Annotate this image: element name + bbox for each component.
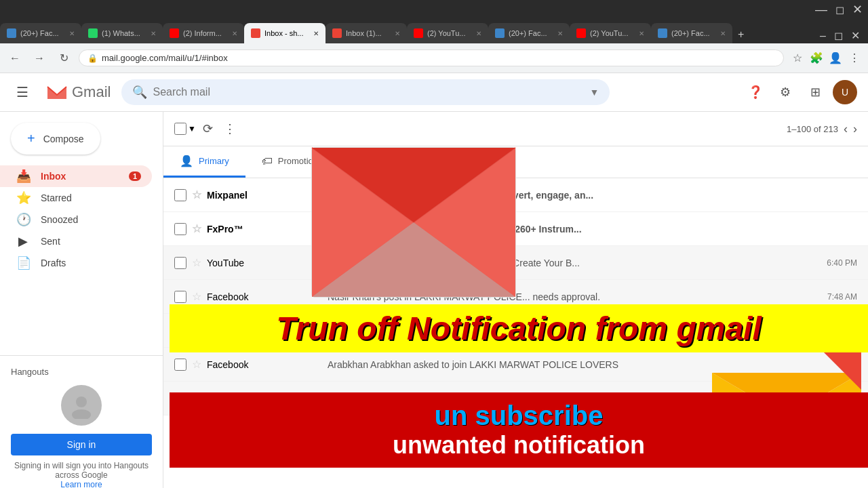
tab-title-3: (2) Inform... (183, 29, 228, 37)
hamburger-menu[interactable]: ☰ (11, 79, 34, 106)
minimize-btn[interactable]: — (815, 3, 827, 17)
tab-favicon-8 (576, 28, 586, 38)
hangouts-learn-more[interactable]: Learn more (60, 480, 102, 488)
tab-close-3[interactable]: ✕ (232, 30, 237, 37)
email-checkbox[interactable] (174, 223, 186, 235)
refresh-button[interactable]: ↻ (54, 49, 73, 68)
promotions-tab-label: Promotions (278, 156, 323, 166)
promotions-tab-icon: 🏷 (262, 155, 273, 167)
search-bar[interactable]: 🔍 ▼ (121, 79, 610, 105)
tab-close-8[interactable]: ✕ (639, 30, 644, 37)
sidebar-item-drafts[interactable]: 📄 Drafts (0, 252, 152, 274)
tab-title-7: (20+) Fac... (509, 29, 553, 37)
browser-tab-3[interactable]: (2) Inform... ✕ (163, 23, 244, 43)
email-row[interactable]: ☆ Mixpanel Aserve product analytics to h… (163, 178, 868, 212)
browser-tab-1[interactable]: (20+) Fac... ✕ (0, 23, 81, 43)
browser-tab-5[interactable]: Inbox (1)... ✕ (326, 23, 407, 43)
email-count-text: 1–100 of 213 (787, 124, 838, 134)
hangouts-avatar (61, 385, 102, 426)
select-all-area[interactable]: ▼ (174, 123, 196, 135)
refresh-emails-button[interactable]: ⟳ (199, 117, 217, 140)
close-icon[interactable]: ✕ (848, 28, 863, 43)
restore-icon[interactable]: ◻ (831, 28, 846, 43)
window-controls: – ◻ ✕ (817, 28, 868, 43)
bookmark-icon[interactable]: ☆ (789, 50, 806, 66)
browser-tab-6[interactable]: (2) YouTu... ✕ (407, 23, 488, 43)
sidebar-item-starred[interactable]: ⭐ Starred (0, 187, 152, 209)
email-checkbox[interactable] (174, 359, 186, 371)
email-subject: Aserve product analytics to help you con… (328, 190, 811, 201)
email-toolbar: ▼ ⟳ ⋮ 1–100 of 213 ‹ › (163, 112, 868, 146)
address-bar[interactable]: 🔒 mail.google.com/mail/u/1/#inbox (79, 49, 784, 66)
apps-icon[interactable]: ⊞ (803, 80, 827, 104)
tab-primary[interactable]: 👤 Primary (163, 146, 245, 178)
sidebar-item-inbox[interactable]: 📥 Inbox 1 (0, 165, 152, 187)
star-icon[interactable]: ☆ (192, 358, 201, 371)
sent-label: Sent (41, 236, 60, 247)
browser-tab-2[interactable]: (1) Whats... ✕ (81, 23, 163, 43)
more-options-button[interactable]: ⋮ (220, 117, 240, 140)
tab-close-9[interactable]: ✕ (720, 30, 726, 37)
browser-tab-7[interactable]: (20+) Fac... ✕ (488, 23, 570, 43)
tab-promotions[interactable]: 🏷 Promotions (245, 146, 339, 178)
select-dropdown-icon[interactable]: ▼ (188, 124, 196, 134)
tab-close-5[interactable]: ✕ (395, 30, 400, 37)
compose-button[interactable]: + Compose (11, 123, 100, 155)
tab-favicon-1 (7, 28, 16, 38)
maximize-btn[interactable]: ◻ (835, 3, 844, 16)
tab-close-7[interactable]: ✕ (557, 30, 563, 37)
menu-icon[interactable]: ⋮ (846, 50, 863, 66)
browser-chrome: — ◻ ✕ (20+) Fac... ✕ (1) Whats... ✕ (2) … (0, 0, 868, 73)
inbox-icon: 📥 (16, 169, 30, 184)
tab-close-2[interactable]: ✕ (151, 30, 156, 37)
drafts-label: Drafts (41, 258, 66, 268)
tab-close-6[interactable]: ✕ (476, 30, 481, 37)
star-icon[interactable]: ☆ (192, 222, 201, 235)
close-btn[interactable]: ✕ (852, 2, 863, 17)
tab-title-9: (20+) Fac... (671, 29, 716, 37)
email-sender: Facebook (207, 291, 322, 302)
help-icon[interactable]: ❓ (743, 80, 768, 104)
sidebar-item-sent[interactable]: ▶ Sent (0, 230, 152, 252)
email-row[interactable]: ☆ FxPro™ Transparent Pricing. Truly Glob… (163, 212, 868, 246)
email-subject: Nasir Khan's post in LAKKI MARWAT POLICE… (328, 291, 811, 302)
back-button[interactable]: ← (5, 49, 24, 68)
prev-page-icon[interactable]: ‹ (844, 122, 848, 136)
email-row[interactable]: ☆ YouTube Business Card Design in ms wor… (163, 246, 868, 280)
select-all-checkbox[interactable] (174, 123, 186, 135)
search-dropdown-icon[interactable]: ▼ (590, 87, 599, 98)
star-icon[interactable]: ☆ (192, 188, 201, 201)
user-avatar[interactable]: U (833, 80, 857, 104)
forward-button[interactable]: → (30, 49, 49, 68)
sidebar-item-snoozed[interactable]: 🕐 Snoozed (0, 209, 152, 230)
red-banner: un subscribe unwanted notification (170, 392, 868, 468)
new-tab-button[interactable]: + (732, 26, 749, 43)
star-icon[interactable]: ☆ (192, 290, 201, 303)
profile-icon[interactable]: 👤 (827, 50, 844, 66)
hangouts-signin-button[interactable]: Sign in (11, 434, 152, 455)
star-icon[interactable]: ☆ (192, 256, 201, 269)
extension-icon[interactable]: 🧩 (808, 50, 825, 66)
next-page-icon[interactable]: › (853, 122, 857, 136)
browser-tab-4[interactable]: Inbox - sh... ✕ (244, 23, 326, 43)
tab-close-4[interactable]: ✕ (313, 30, 319, 37)
svg-point-2 (72, 409, 91, 419)
unwanted-text: unwanted notification (180, 431, 857, 460)
email-row[interactable]: ☆ Facebook Arabkhan Arabkhan asked to jo… (163, 348, 868, 382)
minimize-icon[interactable]: – (817, 28, 829, 43)
notification-text: Trun off Notification from gmail (180, 310, 857, 347)
inbox-tabs: 👤 Primary 🏷 Promotions (163, 146, 868, 178)
inbox-badge: 1 (129, 171, 141, 181)
gmail-header: ☰ Gmail 🔍 ▼ ❓ ⚙ ⊞ U (0, 73, 868, 112)
tab-close-1[interactable]: ✕ (69, 30, 75, 37)
email-checkbox[interactable] (174, 291, 186, 303)
search-input[interactable] (153, 86, 584, 98)
settings-icon[interactable]: ⚙ (773, 80, 797, 104)
email-checkbox[interactable] (174, 257, 186, 269)
tab-favicon-5 (332, 28, 342, 38)
browser-tab-8[interactable]: (2) YouTu... ✕ (570, 23, 651, 43)
email-checkbox[interactable] (174, 189, 186, 201)
header-right: ❓ ⚙ ⊞ U (743, 80, 857, 104)
browser-tab-9[interactable]: (20+) Fac... ✕ (651, 23, 732, 43)
tab-favicon-9 (658, 28, 667, 38)
